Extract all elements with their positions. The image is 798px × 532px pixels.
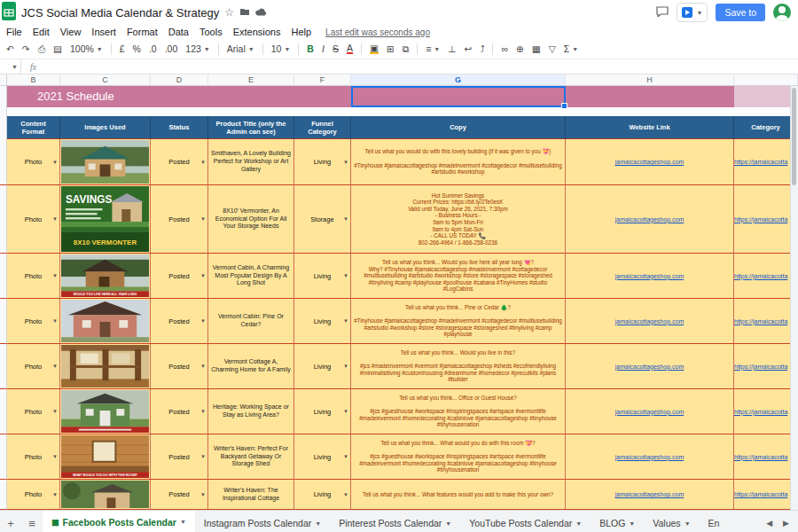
content-format-cell[interactable]: Photo▼: [7, 434, 60, 480]
dropdown-arrow-icon[interactable]: ▼: [343, 216, 348, 222]
column-header-H[interactable]: H: [566, 74, 734, 85]
currency-format-icon[interactable]: £: [120, 44, 125, 54]
more-formats-select[interactable]: 123▼: [185, 44, 209, 54]
website-link-cell[interactable]: jamaicacottageshop.com: [566, 254, 734, 299]
italic-icon[interactable]: I: [322, 44, 325, 54]
image-cell[interactable]: WHAT WOULD YOU DO WITH THIS ROOM?: [60, 434, 151, 480]
dropdown-arrow-icon[interactable]: ▼: [52, 216, 58, 222]
status-cell[interactable]: Posted▼: [151, 299, 208, 344]
website-link[interactable]: jamaicacottageshop.com: [615, 318, 684, 325]
product-title-cell[interactable]: 8X10' Vermonter, An Economical Option Fo…: [208, 185, 294, 254]
status-cell[interactable]: Posted▼: [151, 389, 208, 434]
chevron-down-icon[interactable]: ▼: [445, 520, 451, 527]
website-link[interactable]: jamaicacottageshop.com: [615, 491, 684, 497]
website-link-cell[interactable]: jamaicacottageshop.com: [566, 480, 734, 510]
add-sheet-button[interactable]: +: [0, 511, 21, 532]
category-cell[interactable]: https://jamaicacotta: [734, 299, 798, 344]
row-header[interactable]: [0, 344, 7, 389]
corner-cell[interactable]: [0, 74, 7, 85]
tab-values[interactable]: Values▼: [644, 511, 699, 532]
comment-history-icon[interactable]: [656, 6, 669, 19]
product-title-cell[interactable]: Vermont Cottage A, Charming Home for A F…: [208, 344, 294, 389]
vertical-scrollbar[interactable]: [790, 86, 798, 510]
dropdown-arrow-icon[interactable]: ▼: [343, 492, 348, 497]
dropdown-arrow-icon[interactable]: ▼: [200, 409, 206, 414]
dropdown-arrow-icon[interactable]: ▼: [200, 216, 206, 222]
scrollbar-thumb[interactable]: [792, 88, 796, 185]
funnel-category-cell[interactable]: Storage▼: [294, 185, 351, 254]
content-format-cell[interactable]: Photo▼: [7, 344, 60, 389]
category-link[interactable]: https://jamaicacotta: [734, 318, 787, 325]
menu-view[interactable]: View: [55, 27, 87, 37]
content-format-cell[interactable]: Photo▼: [7, 185, 60, 254]
paint-format-icon[interactable]: ▤: [53, 44, 62, 54]
image-cell[interactable]: [60, 299, 151, 344]
category-link[interactable]: https://jamaicacotta: [734, 491, 787, 497]
menu-format[interactable]: Format: [121, 27, 163, 37]
menu-file[interactable]: File: [1, 27, 27, 37]
header-funnel-category[interactable]: Funnel Category: [294, 116, 351, 139]
dropdown-arrow-icon[interactable]: ▼: [52, 364, 58, 369]
schedule-title-cell[interactable]: 2021 Schedule: [7, 86, 734, 107]
dropdown-arrow-icon[interactable]: ▼: [343, 409, 348, 414]
menu-insert[interactable]: Insert: [86, 27, 121, 37]
content-format-cell[interactable]: Photo▼: [7, 139, 60, 185]
header-category[interactable]: Category: [734, 116, 798, 139]
horizontal-align-icon[interactable]: ≡▼: [426, 44, 440, 54]
website-link[interactable]: jamaicacottageshop.com: [615, 454, 684, 460]
image-cell[interactable]: SAVINGS8X10 VERMONTER: [60, 185, 151, 254]
column-header-F[interactable]: F: [294, 74, 351, 85]
image-cell[interactable]: [60, 389, 151, 434]
copy-cell[interactable]: Tell us what you think... Would you live…: [351, 254, 566, 299]
chevron-down-icon[interactable]: ▼: [629, 520, 635, 527]
website-link[interactable]: jamaicacottageshop.com: [615, 409, 684, 415]
text-wrap-icon[interactable]: ↩: [464, 44, 472, 54]
status-cell[interactable]: Posted▼: [151, 185, 208, 254]
funnel-category-cell[interactable]: Living▼: [294, 434, 351, 480]
column-header-C[interactable]: C: [60, 74, 151, 85]
copy-cell[interactable]: Tell us what you think... Would you live…: [351, 344, 566, 389]
tab-instagram-posts-calendar[interactable]: Instagram Posts Calendar▼: [195, 511, 330, 532]
row-header[interactable]: [0, 434, 7, 480]
all-sheets-button[interactable]: ≡: [21, 511, 43, 532]
column-header-B[interactable]: B: [7, 74, 60, 85]
category-link[interactable]: https://jamaicacotta: [734, 409, 787, 415]
content-format-cell[interactable]: Photo▼: [7, 299, 60, 344]
header-status[interactable]: Status: [151, 116, 208, 139]
content-format-cell[interactable]: Photo▼: [7, 254, 60, 299]
functions-icon[interactable]: Σ▼: [564, 44, 578, 54]
funnel-category-cell[interactable]: Living▼: [294, 139, 351, 185]
dropdown-arrow-icon[interactable]: ▼: [200, 273, 206, 278]
menu-edit[interactable]: Edit: [27, 27, 55, 37]
status-cell[interactable]: Posted▼: [151, 480, 208, 510]
filter-icon[interactable]: ▽: [549, 44, 556, 54]
row-header[interactable]: [0, 254, 7, 299]
zoom-select[interactable]: 100%▼: [70, 44, 103, 54]
funnel-category-cell[interactable]: Living▼: [294, 389, 351, 434]
website-link[interactable]: jamaicacottageshop.com: [615, 364, 684, 370]
product-title-cell[interactable]: Heritage: Working Space or Stay as Livin…: [208, 389, 294, 434]
save-to-button[interactable]: Save to: [716, 4, 765, 21]
sheets-logo-icon[interactable]: [2, 2, 16, 24]
status-cell[interactable]: Posted▼: [151, 344, 208, 389]
insert-link-icon[interactable]: ∞: [501, 44, 508, 54]
tab-blog[interactable]: BLOG▼: [591, 511, 644, 532]
dropdown-arrow-icon[interactable]: ▼: [200, 364, 206, 369]
status-cell[interactable]: Posted▼: [151, 254, 208, 299]
chevron-down-icon[interactable]: ▼: [696, 10, 702, 16]
dropdown-arrow-icon[interactable]: ▼: [200, 492, 206, 497]
image-cell[interactable]: [60, 344, 151, 389]
fill-color-icon[interactable]: ▣: [370, 43, 379, 55]
dropdown-arrow-icon[interactable]: ▼: [343, 273, 348, 278]
menu-extensions[interactable]: Extensions: [228, 27, 286, 37]
copy-cell[interactable]: Tell us what you think... What features …: [351, 480, 566, 510]
dropdown-arrow-icon[interactable]: ▼: [52, 454, 58, 459]
website-link-cell[interactable]: jamaicacottageshop.com: [566, 434, 734, 480]
content-format-cell[interactable]: Photo▼: [7, 389, 60, 434]
dropdown-arrow-icon[interactable]: ▼: [52, 160, 58, 165]
product-title-cell[interactable]: Writer's Haven: The Inspirational Cottag…: [208, 480, 294, 510]
avatar[interactable]: [773, 4, 791, 21]
category-cell[interactable]: https://jamaicacotta: [734, 480, 798, 510]
insert-chart-icon[interactable]: ▦: [532, 44, 541, 54]
row-header[interactable]: [0, 116, 7, 139]
